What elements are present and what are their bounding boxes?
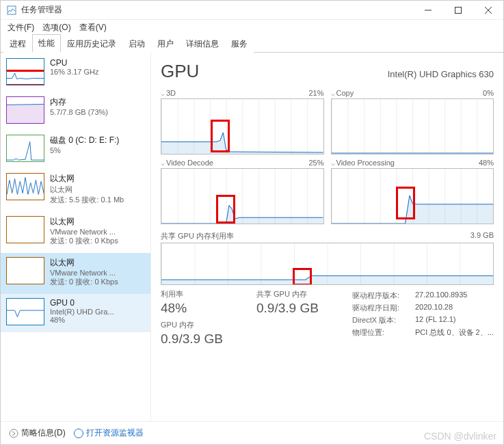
engine-3d-label[interactable]: 3D [161, 89, 176, 97]
eth2-sub1: VMware Network ... [50, 269, 145, 277]
gpu-device-name: Intel(R) UHD Graphics 630 [388, 69, 494, 79]
chart-vdec [161, 168, 324, 224]
sidebar-item-disk[interactable]: 磁盘 0 (C: D: E: F:) 5% [1, 131, 150, 169]
engine-copy-label[interactable]: Copy [331, 89, 354, 97]
engine-copy-pct: 0% [483, 89, 494, 97]
sidebar-item-eth2[interactable]: 以太网 VMware Network ... 发送: 0 接收: 0 Kbps [1, 253, 150, 294]
util-label: 利用率 [161, 289, 236, 299]
disk-name: 磁盘 0 (C: D: E: F:) [50, 135, 145, 146]
gpu-name: GPU 0 [50, 298, 145, 308]
eth2-sub2: 发送: 0 接收: 0 Kbps [50, 277, 145, 287]
sidebar-item-eth1[interactable]: 以太网 VMware Network ... 发送: 0 接收: 0 Kbps [1, 212, 150, 253]
gpu-sub1: Intel(R) UHD Gra... [50, 308, 145, 316]
tab-app-history[interactable]: 应用历史记录 [61, 35, 122, 53]
gpu-details: 驱动程序版本:27.20.100.8935 驱动程序日期:2020.10.28 … [352, 291, 494, 351]
menu-file[interactable]: 文件(F) [8, 22, 34, 33]
sidebar-item-cpu[interactable]: CPU 16% 3.17 GHz [1, 54, 150, 92]
tab-details[interactable]: 详细信息 [180, 35, 225, 53]
bottom-bar: 简略信息(D) 打开资源监视器 [1, 421, 503, 444]
shared-mem-max: 3.9 GB [470, 231, 494, 241]
shared-value: 0.9/3.9 GB [256, 301, 332, 316]
cpu-sub: 16% 3.17 GHz [50, 68, 145, 76]
chevron-circle-icon [9, 429, 18, 438]
minimize-button[interactable] [413, 1, 443, 20]
fewer-details-button[interactable]: 简略信息(D) [9, 427, 66, 439]
resmon-icon [74, 429, 83, 438]
menu-options[interactable]: 选项(O) [42, 22, 70, 33]
tab-bar: 进程 性能 应用历史记录 启动 用户 详细信息 服务 [1, 35, 503, 53]
chart-vproc [331, 168, 494, 224]
eth1-sub1: VMware Network ... [50, 228, 145, 236]
tab-processes[interactable]: 进程 [3, 35, 32, 53]
memory-sub: 5.7/7.8 GB (73%) [50, 108, 145, 116]
shared-mem-label: 共享 GPU 内存利用率 [161, 231, 234, 241]
open-resmon-link[interactable]: 打开资源监视器 [74, 427, 144, 439]
gpu-sub2: 48% [50, 316, 145, 324]
sidebar-item-gpu[interactable]: GPU 0 Intel(R) UHD Gra... 48% [1, 294, 150, 332]
eth1-thumb [6, 216, 44, 243]
engine-vproc-pct: 48% [479, 159, 494, 167]
eth2-name: 以太网 [50, 257, 145, 269]
sidebar: CPU 16% 3.17 GHz 内存 5.7/7.8 GB (73%) 磁盘 … [1, 53, 151, 421]
chart-3d [161, 98, 324, 154]
app-icon [6, 5, 17, 16]
eth0-sub2: 发送: 5.5 接收: 0.1 Mb [50, 195, 145, 205]
engine-vdec-pct: 25% [308, 159, 323, 167]
engine-vdec-label[interactable]: Video Decode [161, 159, 213, 167]
tab-users[interactable]: 用户 [151, 35, 180, 53]
sidebar-item-memory[interactable]: 内存 5.7/7.8 GB (73%) [1, 92, 150, 131]
chart-shared-mem [161, 243, 494, 285]
svg-rect-2 [455, 7, 462, 13]
page-title: GPU [161, 61, 199, 82]
disk-sub: 5% [50, 146, 145, 154]
eth0-thumb [6, 173, 44, 200]
tab-performance[interactable]: 性能 [32, 34, 61, 53]
main-panel: GPU Intel(R) UHD Graphics 630 3D 21% [151, 53, 503, 421]
gpumem-label: GPU 内存 [161, 320, 236, 330]
chart-copy [331, 98, 494, 154]
shared-label: 共享 GPU 内存 [256, 289, 332, 299]
eth0-name: 以太网 [50, 173, 145, 185]
tab-startup[interactable]: 启动 [122, 35, 151, 53]
eth2-thumb [6, 257, 44, 284]
sidebar-item-eth0[interactable]: 以太网 以太网 发送: 5.5 接收: 0.1 Mb [1, 169, 150, 212]
eth1-sub2: 发送: 0 接收: 0 Kbps [50, 236, 145, 246]
title-bar: 任务管理器 [1, 1, 503, 20]
eth1-name: 以太网 [50, 216, 145, 228]
menu-view[interactable]: 查看(V) [79, 22, 107, 33]
memory-name: 内存 [50, 96, 145, 108]
gpu-thumb [6, 298, 44, 325]
cpu-thumb [6, 58, 44, 85]
menu-bar: 文件(F) 选项(O) 查看(V) [1, 20, 503, 35]
maximize-button[interactable] [443, 1, 473, 20]
cpu-name: CPU [50, 58, 145, 68]
eth0-sub1: 以太网 [50, 185, 145, 195]
gpumem-value: 0.9/3.9 GB [161, 332, 236, 347]
util-value: 48% [161, 301, 236, 316]
tab-services[interactable]: 服务 [225, 35, 254, 53]
close-button[interactable] [473, 1, 503, 20]
window-title: 任务管理器 [21, 4, 62, 16]
svg-point-5 [10, 429, 18, 437]
engine-3d-pct: 21% [308, 89, 323, 97]
disk-thumb [6, 135, 44, 162]
engine-vproc-label[interactable]: Video Processing [331, 159, 395, 167]
memory-thumb [6, 96, 44, 124]
